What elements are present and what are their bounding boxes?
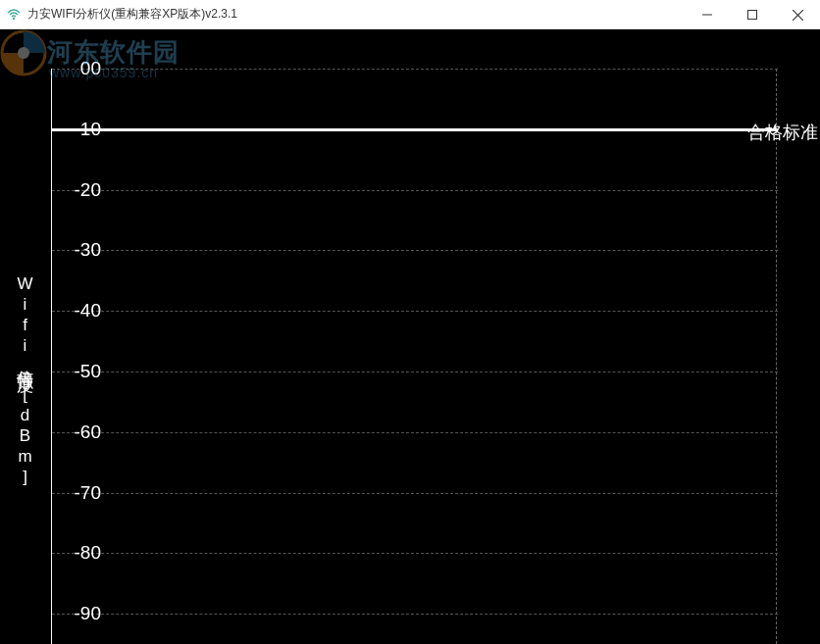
y-tick-label: -60 — [57, 421, 101, 443]
gridline — [52, 190, 778, 191]
maximize-button[interactable] — [730, 0, 775, 29]
close-button[interactable] — [775, 0, 820, 29]
gridline — [52, 432, 778, 433]
gridline — [52, 553, 778, 554]
y-tick-label: -40 — [57, 300, 101, 322]
window-title: 力安WIFI分析仪(重构兼容XP版本)v2.3.1 — [27, 6, 237, 23]
y-axis-label: Wifi信号强度 [dBm] — [14, 274, 36, 488]
y-tick-label: -20 — [57, 179, 101, 201]
gridline — [52, 614, 778, 615]
gridline — [52, 372, 778, 372]
window-titlebar: 力安WIFI分析仪(重构兼容XP版本)v2.3.1 — [0, 0, 820, 29]
threshold-label: 标准合格 — [747, 124, 818, 143]
y-tick-label: -30 — [57, 239, 101, 261]
svg-rect-2 — [748, 11, 757, 20]
y-tick-label: -80 — [57, 542, 101, 564]
y-tick-label: -50 — [57, 361, 101, 382]
minimize-button[interactable] — [685, 0, 730, 29]
threshold-line — [52, 128, 778, 131]
gridline — [52, 493, 778, 494]
svg-point-0 — [13, 17, 15, 19]
y-tick-label: 00 — [57, 58, 101, 79]
window-controls — [685, 0, 820, 29]
gridline — [52, 69, 778, 70]
signal-strength-chart: Wifi信号强度 [dBm] 标准合格 00-10-20-30-40-50-60… — [0, 29, 820, 644]
plot-area — [51, 69, 777, 644]
y-tick-label: -10 — [57, 119, 101, 140]
content-area: Wifi信号强度 [dBm] 标准合格 00-10-20-30-40-50-60… — [0, 29, 820, 644]
y-tick-label: -70 — [57, 482, 101, 504]
gridline — [52, 250, 778, 251]
y-tick-label: -90 — [57, 603, 101, 624]
app-icon — [6, 7, 22, 23]
gridline — [52, 311, 778, 312]
